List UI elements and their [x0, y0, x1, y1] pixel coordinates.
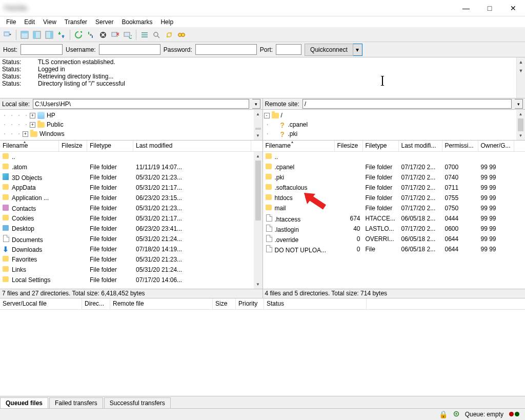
- file-row[interactable]: ..: [263, 152, 526, 162]
- column-header[interactable]: Filename▴: [263, 141, 335, 151]
- scrollbar[interactable]: ▲▼: [516, 110, 525, 140]
- tree-item[interactable]: ···+Windows: [1, 129, 261, 138]
- menu-item-view[interactable]: View: [39, 17, 60, 27]
- refresh-button[interactable]: [73, 29, 84, 41]
- remote-list-header[interactable]: Filename▴FilesizeFiletypeLast modifi...P…: [263, 141, 526, 152]
- expand-toggle[interactable]: +: [30, 122, 35, 128]
- column-header[interactable]: Size: [213, 298, 236, 309]
- quickconnect-button[interactable]: Quickconnect: [305, 44, 353, 56]
- remote-list-body[interactable]: ...cpanelFile folder07/17/20 2...070099 …: [263, 152, 526, 289]
- minimize-button[interactable]: —: [454, 0, 478, 16]
- queue-tab[interactable]: Successful transfers: [104, 397, 171, 409]
- file-row[interactable]: AppDataFile folder05/31/20 21:17...: [0, 183, 262, 193]
- file-row[interactable]: Application ...File folder06/23/20 23:15…: [0, 193, 262, 203]
- column-header[interactable]: Remote file: [110, 298, 213, 309]
- close-button[interactable]: ✕: [501, 0, 525, 16]
- column-header[interactable]: Owner/G...: [478, 141, 514, 151]
- column-header[interactable]: Filetype: [363, 141, 399, 151]
- host-input[interactable]: [21, 44, 63, 55]
- port-input[interactable]: [276, 44, 301, 55]
- column-header[interactable]: Server/Local file: [0, 298, 82, 309]
- remote-site-input[interactable]: [302, 99, 512, 109]
- menu-item-file[interactable]: File: [2, 17, 20, 27]
- local-site-dropdown[interactable]: ▾: [252, 99, 260, 109]
- local-site-input[interactable]: [33, 99, 249, 109]
- sync-browsing-button[interactable]: [164, 29, 175, 41]
- column-header[interactable]: Filesize: [335, 141, 363, 151]
- tree-item[interactable]: ·?.pki: [264, 129, 524, 138]
- tree-item[interactable]: ····+Public: [1, 120, 261, 129]
- column-header[interactable]: Last modifi...: [399, 141, 442, 151]
- toggle-queue-button[interactable]: [56, 29, 67, 41]
- menu-item-bookmarks[interactable]: Bookmarks: [117, 17, 156, 27]
- column-header[interactable]: Filesize: [59, 141, 87, 151]
- cancel-button[interactable]: [97, 29, 109, 41]
- file-row[interactable]: DesktopFile folder06/23/20 23:41...: [0, 224, 262, 234]
- toggle-local-tree-button[interactable]: [31, 29, 43, 41]
- file-row[interactable]: ⬇DownloadsFile folder07/18/20 14:19...: [0, 244, 262, 254]
- column-header[interactable]: Direc...: [82, 298, 110, 309]
- scrollbar[interactable]: ▲▼: [254, 110, 262, 140]
- file-row[interactable]: .htaccess674HTACCE...06/05/18 2...044499…: [263, 213, 526, 224]
- quickconnect-dropdown[interactable]: ▾: [353, 44, 362, 56]
- filter-button[interactable]: [139, 29, 150, 41]
- file-row[interactable]: LinksFile folder05/31/20 21:24...: [0, 265, 262, 275]
- remote-tree[interactable]: -/·?.cpanel·?.pki▲▼: [262, 110, 526, 140]
- queue-header[interactable]: Server/Local fileDirec...Remote fileSize…: [0, 298, 525, 310]
- file-row[interactable]: DocumentsFile folder05/31/20 21:24...: [0, 234, 262, 244]
- toggle-log-button[interactable]: [19, 29, 30, 41]
- column-header[interactable]: Status: [264, 298, 367, 309]
- scrollbar[interactable]: ▲▼: [516, 57, 525, 98]
- expand-toggle[interactable]: +: [30, 113, 35, 118]
- scrollbar[interactable]: ▲▼: [254, 152, 262, 289]
- username-input[interactable]: [99, 44, 160, 55]
- local-tree[interactable]: ····+HP····+Public···+Windows▲▼: [0, 110, 262, 140]
- queue-tab[interactable]: Queued files: [0, 397, 48, 409]
- file-row[interactable]: FavoritesFile folder05/31/20 21:23...: [0, 254, 262, 265]
- file-row[interactable]: .softaculousFile folder07/17/20 2...0711…: [263, 183, 526, 193]
- file-row[interactable]: .pkiFile folder07/17/20 2...074099 99: [263, 172, 526, 183]
- search-button[interactable]: [176, 29, 187, 41]
- file-row[interactable]: ContactsFile folder05/31/20 21:23...: [0, 203, 262, 213]
- maximize-button[interactable]: □: [478, 0, 501, 16]
- column-header[interactable]: Priority: [236, 298, 264, 309]
- file-row[interactable]: CookiesFile folder05/31/20 21:17...: [0, 213, 262, 224]
- tree-item[interactable]: -/: [264, 111, 524, 120]
- process-queue-button[interactable]: [85, 29, 96, 41]
- disconnect-button[interactable]: [110, 29, 121, 41]
- menu-item-server[interactable]: Server: [91, 17, 117, 27]
- password-input[interactable]: [195, 44, 257, 55]
- expand-toggle[interactable]: -: [264, 113, 270, 118]
- gear-icon[interactable]: [453, 410, 460, 419]
- transfer-queue[interactable]: Server/Local fileDirec...Remote fileSize…: [0, 298, 525, 396]
- file-row[interactable]: .atomFile folder11/11/19 14:07...: [0, 162, 262, 172]
- file-row[interactable]: Local SettingsFile folder07/17/20 14:06.…: [0, 275, 262, 285]
- reconnect-button[interactable]: [122, 29, 133, 41]
- expand-toggle[interactable]: +: [23, 131, 28, 137]
- file-row[interactable]: .cpanelFile folder07/17/20 2...070099 99: [263, 162, 526, 172]
- local-file-list[interactable]: Filename▴FilesizeFiletypeLast modified .…: [0, 141, 262, 289]
- remote-site-dropdown[interactable]: ▾: [515, 99, 523, 109]
- directory-comparison-button[interactable]: [151, 29, 163, 41]
- column-header[interactable]: Permissi...: [442, 141, 478, 151]
- menu-item-edit[interactable]: Edit: [20, 17, 39, 27]
- local-list-body[interactable]: ...atomFile folder11/11/19 14:07...3D Ob…: [0, 152, 262, 289]
- local-list-header[interactable]: Filename▴FilesizeFiletypeLast modified: [0, 141, 262, 152]
- tree-item[interactable]: ····+HP: [1, 111, 261, 120]
- toggle-remote-tree-button[interactable]: [44, 29, 55, 41]
- tree-item[interactable]: ·?.cpanel: [264, 120, 524, 129]
- menu-item-help[interactable]: Help: [156, 17, 177, 27]
- file-row[interactable]: DO NOT UPLOA...0File06/05/18 2...064499 …: [263, 244, 526, 254]
- file-row[interactable]: ..: [0, 152, 262, 162]
- site-manager-button[interactable]: [2, 29, 13, 41]
- column-header[interactable]: Filename▴: [0, 141, 59, 151]
- file-row[interactable]: htdocsFile folder07/17/20 2...075599 99: [263, 193, 526, 203]
- queue-tab[interactable]: Failed transfers: [49, 397, 103, 409]
- remote-file-list[interactable]: Filename▴FilesizeFiletypeLast modifi...P…: [262, 141, 526, 289]
- menu-item-transfer[interactable]: Transfer: [60, 17, 91, 27]
- queue-body[interactable]: [0, 310, 525, 396]
- file-row[interactable]: .override0OVERRI...06/05/18 2...064499 9…: [263, 234, 526, 244]
- file-row[interactable]: 3D ObjectsFile folder05/31/20 21:23...: [0, 172, 262, 183]
- file-row[interactable]: .lastlogin40LASTLO...07/17/20 2...060099…: [263, 224, 526, 234]
- column-header[interactable]: Last modified: [133, 141, 251, 151]
